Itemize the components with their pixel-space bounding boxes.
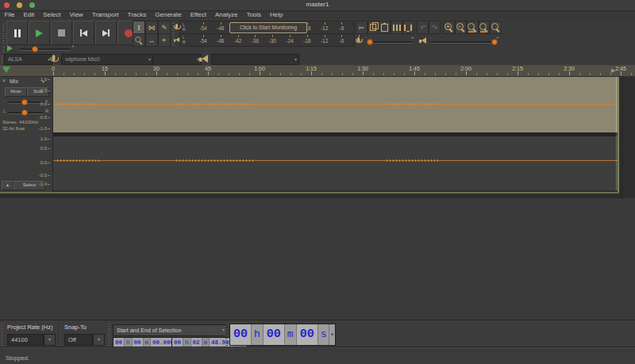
menu-edit[interactable]: Edit <box>19 11 39 19</box>
skip-end-icon <box>108 29 110 36</box>
chevron-down-icon: ▾ <box>148 55 151 64</box>
toolbar-grip[interactable] <box>2 45 5 52</box>
undo-button[interactable]: ↶ <box>417 21 429 34</box>
meter-toolbar: L R -54-48-42-36-30-24-18-12-60 Click to… <box>171 21 355 47</box>
window-title: master1 <box>0 1 635 8</box>
gain-min-label: - <box>3 98 5 103</box>
timeshift-tool-button[interactable]: ↔ <box>145 33 158 47</box>
scale-label: 1.0 <box>40 77 50 82</box>
copy-button[interactable] <box>368 21 379 34</box>
zoom-tool-button[interactable] <box>133 33 145 47</box>
menu-effect[interactable]: Effect <box>186 11 210 19</box>
toolbar-grip[interactable] <box>1 322 3 346</box>
menu-select[interactable]: Select <box>39 11 65 19</box>
playback-volume-slider[interactable] <box>431 41 496 44</box>
slider-max-label: + <box>71 44 75 48</box>
play-at-speed-icon[interactable] <box>7 45 13 52</box>
play-button[interactable] <box>29 21 50 45</box>
menu-transport[interactable]: Transport <box>87 11 123 19</box>
selection-mode-select[interactable]: Start and End of Selection▾ <box>113 324 227 336</box>
waveform-channel-left[interactable] <box>53 77 618 132</box>
snap-to-arrow[interactable]: ▾ <box>93 334 105 346</box>
ruler-major-tick <box>53 71 54 75</box>
silence-audio-button[interactable] <box>402 21 414 34</box>
menu-file[interactable]: File <box>0 11 19 19</box>
recording-volume-thumb[interactable] <box>367 39 373 45</box>
chevron-down-icon[interactable]: ▾ <box>329 324 334 345</box>
trim-audio-button[interactable] <box>391 21 402 34</box>
play-speed-slider[interactable] <box>20 48 71 51</box>
paste-icon <box>381 24 388 32</box>
recording-meter[interactable]: L R -54-48-42-36-30-24-18-12-60 Click to… <box>179 21 355 34</box>
scale-label: 0.5 <box>40 146 50 151</box>
collapse-track-button[interactable]: ▲ <box>2 181 13 190</box>
recording-device-select[interactable]: vdphone Mic0▾ <box>61 54 153 65</box>
status-bar: Stopped. <box>0 347 635 364</box>
stop-button[interactable] <box>51 21 72 45</box>
fit-selection-button[interactable] <box>467 21 479 34</box>
meter-scale-tick <box>325 35 325 37</box>
track-area: × Mix ▾ Mute Solo - + L R Stereo, 44100H… <box>0 76 635 198</box>
project-rate-arrow[interactable]: ▾ <box>44 334 56 346</box>
track-name[interactable]: Mix <box>10 79 18 84</box>
close-track-icon[interactable]: × <box>2 78 6 83</box>
slider-max-label: + <box>496 35 499 40</box>
play-position-marker[interactable] <box>2 67 10 73</box>
gain-thumb[interactable] <box>21 99 28 105</box>
snap-to-select[interactable]: Off <box>64 334 93 346</box>
playback-device-select[interactable]: ▾ <box>211 54 299 65</box>
recording-volume-slider[interactable] <box>367 41 413 44</box>
multi-tool-button[interactable]: ✳ <box>158 33 171 47</box>
toolbar-grip[interactable] <box>1 56 3 63</box>
meter-scale-tick <box>307 35 308 37</box>
mute-button[interactable]: Mute <box>5 87 27 97</box>
zoom-in-button[interactable]: + <box>443 21 455 34</box>
zoom-in-icon: + <box>444 23 454 33</box>
ruler-label: 0 <box>52 66 55 71</box>
start-monitoring-button[interactable]: Click to Start Monitoring <box>229 22 307 33</box>
zoom-toggle-button[interactable] <box>490 21 502 34</box>
meter-scale-label: -12 <box>321 38 328 44</box>
fit-project-button[interactable] <box>479 21 491 34</box>
pan-thumb[interactable] <box>21 109 28 116</box>
timeline-ruler[interactable]: ▶ 01530451:001:151:301:452:002:152:302:4… <box>0 65 635 77</box>
selection-tool-button[interactable]: I <box>133 21 145 34</box>
skip-to-end-button[interactable] <box>95 21 117 45</box>
toolbar-grip[interactable] <box>108 322 110 346</box>
menu-generate[interactable]: Generate <box>151 11 186 19</box>
toolbar-grip[interactable] <box>225 322 228 346</box>
menu-tools[interactable]: Tools <box>242 11 266 19</box>
menu-help[interactable]: Help <box>266 11 287 19</box>
skip-to-start-button[interactable] <box>73 21 94 45</box>
toolbar-grip[interactable] <box>2 22 5 44</box>
menu-analyze[interactable]: Analyze <box>210 11 241 19</box>
ruler-major-tick <box>466 71 467 75</box>
redo-button[interactable]: ↷ <box>429 21 441 34</box>
cut-button[interactable]: ✂ <box>356 21 368 34</box>
draw-tool-button[interactable]: ✎ <box>158 21 171 34</box>
waveform-zero-line <box>53 160 618 161</box>
recording-channels-select[interactable]: ▾ <box>152 54 202 65</box>
ruler-label: 2:30 <box>564 66 575 71</box>
menu-view[interactable]: View <box>65 11 87 19</box>
play-speed-thumb[interactable] <box>32 46 38 52</box>
playback-meter[interactable]: L R -54-48-42-36-30-24-18-12-60 <box>179 33 355 47</box>
envelope-tool-button[interactable]: ⋈ <box>145 21 158 34</box>
audio-host-select[interactable]: ALSA▾ <box>4 54 52 65</box>
paste-button[interactable] <box>379 21 391 34</box>
meter-scale-tick <box>325 22 325 25</box>
pause-button[interactable] <box>6 21 28 45</box>
fit-selection-icon <box>468 23 477 33</box>
vertical-scrollbar[interactable] <box>622 76 635 198</box>
waveform-channel-right[interactable] <box>53 136 618 190</box>
menu-tracks[interactable]: Tracks <box>123 11 151 19</box>
timeshift-tool-icon: ↔ <box>148 36 156 44</box>
zoom-out-button[interactable]: − <box>455 21 467 34</box>
playback-volume-thumb[interactable] <box>491 39 498 45</box>
edit-toolbar: ✂ ↶ ↷ + − <box>356 21 502 34</box>
project-rate-select[interactable]: 44100 <box>7 334 44 346</box>
audio-position-field[interactable]: 00h 00m 00s ▾ <box>229 324 336 346</box>
transport-toolbar <box>2 21 132 45</box>
waveform-zero-line <box>53 104 618 105</box>
meter-scale-label: -12 <box>321 25 328 31</box>
